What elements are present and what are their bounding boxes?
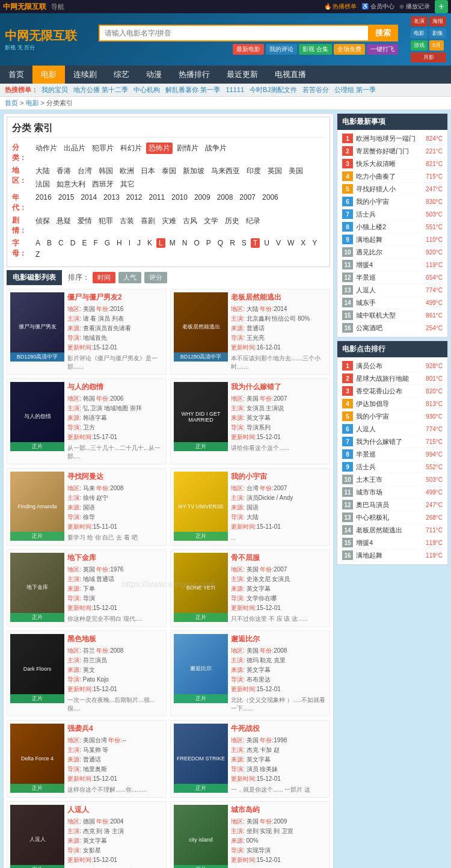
quick-btn-1[interactable]: 最新电影	[233, 44, 264, 55]
rank-hot-4[interactable]: 4吃力小曲奏了715°C	[340, 170, 445, 183]
filter-horror[interactable]: 恐怖片	[146, 143, 173, 154]
filter-P[interactable]: P	[204, 238, 213, 248]
filter-romance[interactable]: 爱情	[75, 215, 94, 227]
filter-I[interactable]: I	[126, 238, 133, 248]
filter-B[interactable]: B	[44, 238, 54, 248]
filter-in[interactable]: 印度	[244, 165, 263, 177]
hdr-btn-3[interactable]: 电影	[411, 28, 428, 38]
filter-crime-g[interactable]: 犯罪	[96, 215, 115, 227]
filter-war[interactable]: 战争片	[203, 143, 229, 154]
filter-K[interactable]: K	[145, 238, 155, 248]
rank-hot-13[interactable]: 13人逗人774°C	[340, 284, 445, 297]
hdr-btn-7[interactable]: 月影	[411, 52, 446, 63]
rank-click-16[interactable]: 16满地起舞119°C	[340, 549, 445, 562]
filter-other-region[interactable]: 其它	[118, 179, 137, 190]
movie-title-8[interactable]: 骨不屈服	[231, 553, 327, 563]
rank-click-8[interactable]: 8半景巡994°C	[340, 448, 445, 461]
play-record-link[interactable]: ⊙ 播放记录	[399, 2, 430, 11]
filter-G[interactable]: G	[102, 238, 112, 248]
movie-title-4[interactable]: 我为什么嫁错了	[231, 382, 327, 392]
nav-home[interactable]: 首页	[0, 66, 32, 84]
movie-title-14[interactable]: 城市岛屿	[231, 805, 327, 815]
filter-mystery[interactable]: 悬疑	[54, 215, 73, 227]
filter-2015[interactable]: 2015	[56, 192, 77, 202]
filter-F[interactable]: F	[91, 238, 100, 248]
filter-2013[interactable]: 2013	[101, 192, 122, 202]
rank-click-2[interactable]: 2星球大战旅行地能801°C	[340, 372, 445, 385]
filter-2007[interactable]: 2007	[237, 192, 258, 202]
sort-time[interactable]: 时间	[93, 272, 115, 283]
rank-click-11[interactable]: 11城市市场499°C	[340, 486, 445, 499]
filter-J[interactable]: J	[135, 238, 143, 248]
hot-link-7[interactable]: 若苦谷分	[302, 86, 329, 93]
filter-uk[interactable]: 英国	[265, 165, 284, 177]
rank-hot-15[interactable]: 15城中联机大型861°C	[340, 309, 445, 322]
rank-hot-16[interactable]: 16公寓酒吧254°C	[340, 322, 445, 334]
filter-2014[interactable]: 2014	[78, 192, 99, 202]
filter-tw[interactable]: 台湾	[75, 165, 94, 177]
movie-item-2[interactable]: 老板居然能逃出 BD1280高清中字 老板居然能逃出 地区: 大陆 年份:201…	[170, 289, 330, 375]
hot-link-6[interactable]: 今时BJ测配文件	[250, 86, 297, 93]
filter-es[interactable]: 西班牙	[90, 179, 116, 190]
filter-S[interactable]: S	[239, 238, 249, 248]
filter-O[interactable]: O	[191, 238, 201, 248]
hot-rank-link[interactable]: 🔥 热播榜单	[324, 2, 357, 11]
rank-hot-6[interactable]: 6我的小宇宙830°C	[340, 195, 445, 208]
nav-anime[interactable]: 动漫	[138, 66, 170, 84]
filter-jp[interactable]: 日本	[138, 165, 158, 177]
add-button[interactable]: +	[435, 0, 448, 13]
filter-drama[interactable]: 剧情片	[174, 143, 201, 154]
filter-production[interactable]: 出品片	[61, 143, 88, 154]
filter-fr[interactable]: 法国	[33, 179, 52, 190]
filter-E[interactable]: E	[79, 238, 89, 248]
breadcrumb-home[interactable]: 首页	[5, 99, 18, 106]
hdr-btn-2[interactable]: 海报	[429, 16, 446, 26]
rank-click-5[interactable]: 5我的小宇宙930°C	[340, 410, 445, 423]
filter-L[interactable]: L	[156, 238, 165, 248]
filter-W[interactable]: W	[285, 238, 296, 248]
breadcrumb-movie[interactable]: 电影	[26, 99, 39, 106]
nav-tv[interactable]: 电视直播	[266, 66, 314, 84]
filter-N[interactable]: N	[180, 238, 190, 248]
filter-history[interactable]: 历史	[222, 215, 242, 227]
user-center-link[interactable]: ♿ 会员中心	[361, 2, 394, 11]
filter-hk[interactable]: 香港	[54, 165, 73, 177]
movie-item-9[interactable]: Dark Floors 正片 黑色地板 地区: 芬兰 年份:2008 主演: 芬…	[7, 630, 167, 716]
filter-Y[interactable]: Y	[310, 238, 319, 248]
rank-hot-12[interactable]: 12半景巡654°C	[340, 271, 445, 284]
filter-R[interactable]: R	[227, 238, 238, 248]
hot-link-4[interactable]: 解乱番薯你 第一季	[165, 86, 220, 93]
rank-click-1[interactable]: 1满员公布928°C	[340, 360, 445, 372]
filter-scifi[interactable]: 科幻片	[118, 143, 144, 154]
hdr-btn-5[interactable]: 游戏	[411, 40, 428, 51]
quick-btn-2[interactable]: 我的评论	[266, 44, 297, 55]
nav-series[interactable]: 连续剧	[65, 66, 105, 84]
filter-H[interactable]: H	[114, 238, 124, 248]
hdr-btn-6[interactable]: 5月	[429, 40, 444, 51]
filter-crime[interactable]: 犯罪片	[90, 143, 116, 154]
filter-costume[interactable]: 古装	[117, 215, 137, 227]
filter-2009[interactable]: 2009	[192, 192, 213, 202]
movie-item-3[interactable]: 与人的怨情 正片 与人的怨情 地区: 韩国 年份:2006 主演: 弘 卫演 地…	[7, 378, 167, 464]
filter-it[interactable]: 如意大利	[54, 179, 88, 190]
hot-link-1[interactable]: 我的宝贝	[41, 86, 68, 93]
filter-V[interactable]: V	[274, 238, 283, 248]
filter-documentary[interactable]: 纪录	[244, 215, 263, 227]
rank-hot-2[interactable]: 2寄居蟹你好嗯门门221°C	[340, 145, 445, 158]
rank-hot-11[interactable]: 11增援4119°C	[340, 259, 445, 271]
filter-comedy[interactable]: 喜剧	[138, 215, 158, 227]
movie-title-11[interactable]: 强袭兵4	[67, 724, 163, 734]
filter-sg[interactable]: 新加坡	[180, 165, 207, 177]
filter-my[interactable]: 马来西亚	[209, 165, 242, 177]
movie-item-8[interactable]: BONE YETI 正片 骨不屈服 地区: 美国 年份:2007 主演: 史洛文…	[170, 549, 330, 627]
filter-mainland[interactable]: 大陆	[33, 165, 52, 177]
movie-item-5[interactable]: Finding Amanda 正片 寻找阿曼达 地区: 马来 年份:2008 主…	[7, 468, 167, 546]
quick-btn-4[interactable]: 全场免费	[334, 44, 365, 55]
movie-item-11[interactable]: Delta Force 4 正片 强袭兵4 地区: 美国台湾 年份:-- 主演:…	[7, 720, 167, 798]
hot-link-8[interactable]: 公理组 第一季	[334, 86, 376, 93]
filter-ancient[interactable]: 古风	[180, 215, 200, 227]
movie-item-12[interactable]: FREEDOM STRIKE 正片 牛死战役 地区: 美国 年份:1998 主演…	[170, 720, 330, 798]
movie-item-4[interactable]: WHY DID I GET MARRIED 正片 我为什么嫁错了 地区: 美国 …	[170, 378, 330, 464]
filter-Z[interactable]: Z	[33, 250, 42, 259]
nav-hot[interactable]: 热播排行	[170, 66, 218, 84]
